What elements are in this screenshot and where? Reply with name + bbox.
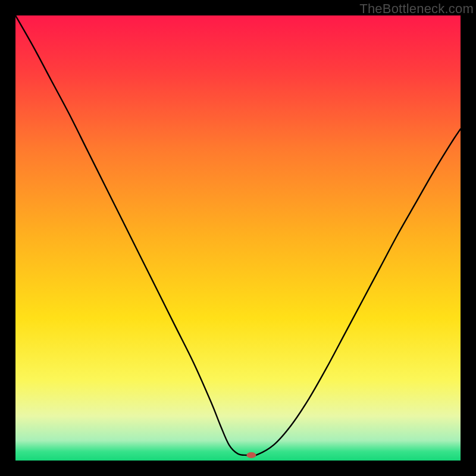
optimal-point-marker — [246, 452, 256, 458]
chart-frame — [15, 15, 461, 461]
watermark-text: TheBottleneck.com — [359, 1, 474, 17]
bottleneck-chart — [15, 15, 461, 461]
chart-background — [15, 15, 461, 461]
